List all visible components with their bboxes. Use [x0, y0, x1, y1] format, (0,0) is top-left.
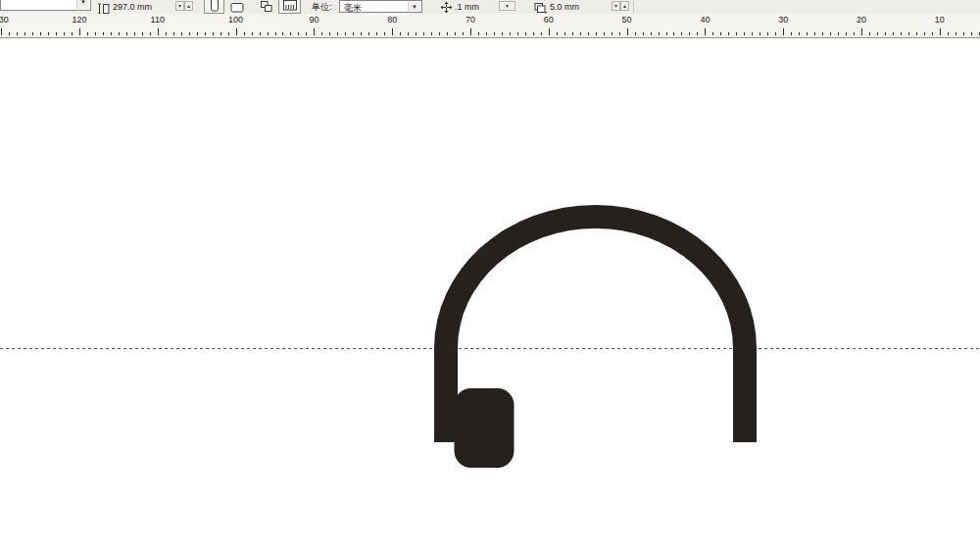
duplicate-spin-up-button[interactable]: ▴: [620, 1, 629, 11]
ruler-tick: [134, 32, 135, 35]
ruler-tick: [666, 32, 667, 35]
ruler-tick: [103, 32, 104, 35]
ruler-tick: [213, 32, 214, 35]
ruler-tick: [635, 32, 636, 35]
ruler-tick: [72, 32, 73, 35]
ruler-tick: [17, 32, 18, 35]
ruler-tick: [744, 32, 745, 35]
dropdown-arrow-icon[interactable]: ▼: [76, 0, 89, 9]
ruler-unit-label: 120: [72, 16, 86, 25]
nudge-offset-spinner[interactable]: ▾: [499, 1, 515, 11]
ruler-tick: [189, 32, 190, 35]
horizontal-ruler[interactable]: 130120110100908070605040302010: [0, 14, 980, 38]
ruler-tick: [580, 32, 581, 35]
ruler-unit-label: 80: [387, 16, 397, 25]
ruler-tick: [345, 32, 346, 35]
ruler-tick: [32, 32, 33, 35]
ruler-tick: [956, 32, 956, 35]
ruler-tick: [807, 32, 808, 35]
ruler-tick: [158, 28, 159, 35]
ruler-tick: [321, 32, 322, 35]
ruler-tick: [612, 32, 612, 35]
ruler-tick: [861, 28, 862, 35]
ruler-tick: [24, 32, 25, 35]
all-pages-size-button[interactable]: [256, 0, 276, 14]
ruler-tick: [901, 32, 902, 35]
ruler-tick: [290, 32, 291, 35]
dropdown-arrow-icon[interactable]: ▼: [408, 2, 420, 11]
portrait-page-icon: [209, 0, 220, 12]
ruler-tick: [689, 32, 690, 35]
ruler-tick: [502, 32, 503, 35]
ruler-tick: [236, 28, 237, 35]
ruler-tick: [282, 32, 283, 35]
ruler-tick: [306, 32, 307, 35]
ruler-tick: [478, 32, 479, 35]
ruler-tick: [9, 32, 10, 35]
app-window: ▼ 297.0 mm ▾ ▴: [0, 0, 980, 554]
page-size-spin-up-button[interactable]: ▴: [184, 1, 193, 11]
headphone-earpad-shape[interactable]: [455, 388, 514, 468]
ruler-tick: [588, 32, 589, 35]
duplicate-distance-value[interactable]: 5.0 mm: [550, 2, 579, 12]
ruler-tick: [697, 32, 698, 35]
ruler-tick: [298, 32, 299, 35]
ruler-tick: [517, 32, 518, 35]
ruler-unit-label: 20: [857, 16, 866, 25]
ruler-tick: [736, 32, 737, 35]
ruler-unit-label: 110: [151, 16, 165, 25]
ruler-tick: [619, 32, 620, 35]
ruler-tick: [181, 32, 182, 35]
ruler-tick: [752, 32, 753, 35]
ruler-tick: [596, 32, 597, 35]
ruler-tick: [275, 32, 276, 35]
ruler-tick: [494, 32, 495, 35]
ruler-unit-label: 10: [935, 16, 945, 25]
ruler-unit-label: 130: [0, 16, 9, 25]
page-size-spin-down-button[interactable]: ▾: [175, 1, 184, 11]
ruler-tick: [166, 32, 167, 35]
landscape-orientation-button[interactable]: [226, 0, 247, 14]
ruler-tick: [150, 32, 151, 35]
ruler-tick: [971, 32, 972, 35]
ruler-tick: [463, 32, 464, 35]
ruler-unit-label: 40: [700, 16, 710, 25]
ruler-tick: [447, 32, 448, 35]
ruler-tick: [361, 32, 362, 35]
units-dropdown[interactable]: 毫米 ▼: [339, 0, 422, 13]
drawing-canvas[interactable]: [0, 38, 980, 554]
current-page-size-button[interactable]: [278, 0, 301, 14]
ruler-tick: [268, 32, 269, 35]
toolbar-separator: [633, 1, 634, 12]
ruler-tick: [712, 32, 713, 35]
page-size-preset-dropdown[interactable]: ▼: [0, 0, 91, 11]
ruler-tick: [791, 32, 792, 35]
units-label: 单位:: [312, 2, 332, 12]
ruler-tick: [486, 32, 487, 35]
ruler-tick: [705, 28, 706, 35]
ruler-tick: [439, 32, 440, 35]
ruler-tick: [228, 32, 229, 35]
ruler-tick: [423, 32, 424, 35]
portrait-orientation-button[interactable]: [204, 0, 224, 14]
ruler-tick: [916, 32, 917, 35]
ruler-unit-label: 70: [466, 16, 475, 25]
ruler-tick: [408, 32, 409, 35]
ruler-tick: [368, 32, 369, 35]
ruler-tick: [783, 28, 784, 35]
ruler-tick: [775, 32, 776, 35]
ruler-tick: [728, 32, 729, 35]
ruler-tick: [760, 32, 760, 35]
ruler-tick: [924, 32, 925, 35]
ruler-tick: [799, 32, 800, 35]
ruler-tick: [416, 32, 416, 35]
ruler-tick: [767, 32, 768, 35]
page-height-value[interactable]: 297.0 mm: [113, 2, 152, 12]
ruler-tick: [95, 32, 96, 35]
landscape-page-icon: [230, 1, 244, 13]
ruler-tick: [392, 28, 393, 35]
current-page-icon: [282, 0, 298, 12]
duplicate-spin-down-button[interactable]: ▾: [612, 1, 620, 11]
ruler-tick: [822, 32, 823, 35]
nudge-offset-value[interactable]: .1 mm: [455, 2, 479, 12]
